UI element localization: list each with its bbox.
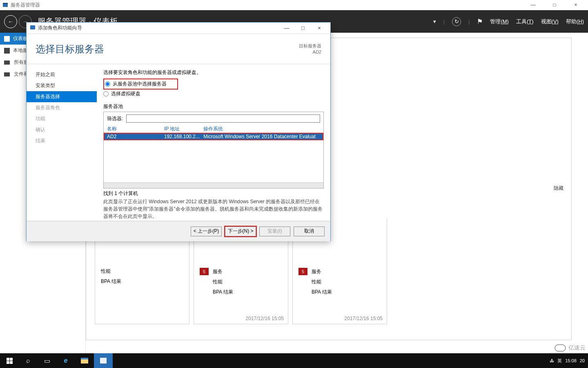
svg-rect-4 — [81, 358, 88, 359]
target-server-info: 目标服务器 AD2 — [299, 43, 321, 55]
step-selection[interactable]: 服务器选择 — [27, 91, 97, 102]
server-row[interactable]: AD2 192.168.100.2... Microsoft Windows S… — [104, 133, 323, 140]
step-before[interactable]: 开始之前 — [27, 69, 97, 80]
svg-rect-2 — [30, 25, 35, 29]
menu-view[interactable]: 视图(V) — [541, 18, 559, 25]
card-timestamp: 2017/12/16 15:05 — [246, 316, 284, 321]
watermark: 亿速云 — [555, 344, 586, 352]
step-confirm: 确认 — [27, 124, 97, 135]
svg-rect-5 — [100, 358, 107, 364]
menu-help[interactable]: 帮助(H) — [566, 18, 584, 25]
next-button[interactable]: 下一步(N) > — [225, 227, 256, 236]
hide-link[interactable]: 隐藏 — [554, 185, 564, 192]
wizard-dialog: 添加角色和功能向导 — □ × 选择目标服务器 目标服务器 AD2 开始之前 安… — [26, 22, 331, 241]
card-row[interactable]: 性能 — [95, 266, 189, 276]
step-type[interactable]: 安装类型 — [27, 80, 97, 91]
tray-ime[interactable]: 英 — [557, 358, 562, 364]
step-results: 结果 — [27, 135, 97, 146]
server-pool-box: 筛选器: 名称 IP 地址 操作系统 AD2 192.168.100.2... … — [103, 112, 324, 188]
app-icon — [2, 2, 8, 8]
radio-vhd[interactable]: 选择虚拟硬盘 — [103, 90, 324, 98]
card-row[interactable]: 5服务 — [293, 266, 387, 277]
card-row[interactable]: BPA 结果 — [194, 287, 288, 297]
app-title: 服务器管理器 — [11, 2, 40, 9]
found-count: 找到 1 个计算机 — [103, 190, 324, 197]
step-roles: 服务器角色 — [27, 102, 97, 113]
col-name[interactable]: 名称 — [107, 126, 164, 132]
horizontal-scrollbar[interactable] — [104, 182, 323, 188]
menu-manage[interactable]: 管理(M) — [490, 18, 509, 25]
pool-label: 服务器池 — [103, 103, 324, 110]
col-ip[interactable]: IP 地址 — [164, 126, 203, 132]
dialog-maximize[interactable]: □ — [298, 25, 307, 31]
nav-back-button[interactable]: ← — [4, 15, 17, 28]
menu-tools[interactable]: 工具(T) — [516, 18, 534, 25]
instruction-text: 选择要安装角色和功能的服务器或虚拟硬盘。 — [103, 69, 324, 76]
cancel-button[interactable]: 取消 — [294, 227, 325, 236]
window-maximize[interactable]: □ — [549, 2, 560, 8]
description-text: 此页显示了正在运行 Windows Server 2012 或更新版本的 Win… — [103, 198, 324, 220]
server-list[interactable]: AD2 192.168.100.2... Microsoft Windows S… — [104, 132, 323, 182]
tray-date[interactable]: 20 — [580, 358, 585, 363]
app-titlebar: 服务器管理器 — □ × — [0, 0, 588, 10]
prev-button[interactable]: < 上一步(P) — [191, 227, 222, 236]
svg-rect-1 — [3, 3, 8, 4]
dialog-titlebar[interactable]: 添加角色和功能向导 — □ × — [27, 22, 330, 34]
start-button[interactable] — [0, 353, 19, 368]
radio-server-pool[interactable]: 从服务器池中选择服务器 — [105, 80, 167, 88]
column-headers: 名称 IP 地址 操作系统 — [104, 125, 323, 132]
dialog-close[interactable]: × — [315, 25, 324, 31]
dialog-icon — [30, 25, 36, 31]
dialog-minimize[interactable]: — — [282, 25, 291, 31]
notifications-flag-icon[interactable]: ⚑ — [477, 18, 483, 25]
window-minimize[interactable]: — — [528, 2, 539, 8]
card-row[interactable]: 性能 — [293, 277, 387, 287]
servermanager-taskbar-icon[interactable] — [94, 353, 113, 368]
filter-input[interactable] — [126, 114, 320, 123]
filter-label: 筛选器: — [107, 115, 123, 122]
tray-time[interactable]: 15:08 — [565, 358, 577, 363]
cloud-icon — [555, 344, 566, 352]
card-timestamp: 2017/12/16 15:05 — [345, 316, 383, 321]
explorer-icon[interactable] — [75, 353, 94, 368]
install-button: 安装(I) — [259, 227, 290, 236]
taskbar: ⌕ ▭ e 🖧 英 15:08 20 — [0, 353, 588, 368]
card-row[interactable]: BPA 结果 — [293, 287, 387, 297]
refresh-icon[interactable]: ↻ — [452, 17, 461, 26]
step-features: 功能 — [27, 113, 97, 124]
window-close[interactable]: × — [570, 2, 581, 8]
search-button[interactable]: ⌕ — [19, 353, 38, 368]
dialog-title: 添加角色和功能向导 — [38, 25, 82, 31]
dialog-footer: < 上一步(P) 下一步(N) > 安装(I) 取消 — [27, 221, 330, 241]
card-row[interactable]: BPA 结果 — [95, 276, 189, 287]
wizard-steps: 开始之前 安装类型 服务器选择 服务器角色 功能 确认 结果 — [27, 64, 97, 221]
dialog-heading: 选择目标服务器 — [36, 43, 104, 56]
card-row[interactable]: 性能 — [194, 277, 288, 287]
ie-icon[interactable]: e — [56, 353, 75, 368]
col-os[interactable]: 操作系统 — [203, 126, 320, 132]
separator: | — [443, 18, 445, 25]
card-row[interactable]: 5服务 — [194, 266, 288, 277]
separator: | — [468, 18, 470, 25]
tray-network-icon[interactable]: 🖧 — [550, 358, 554, 363]
taskview-button[interactable]: ▭ — [38, 353, 56, 368]
dropdown-indicator[interactable]: ▾ — [433, 18, 436, 25]
